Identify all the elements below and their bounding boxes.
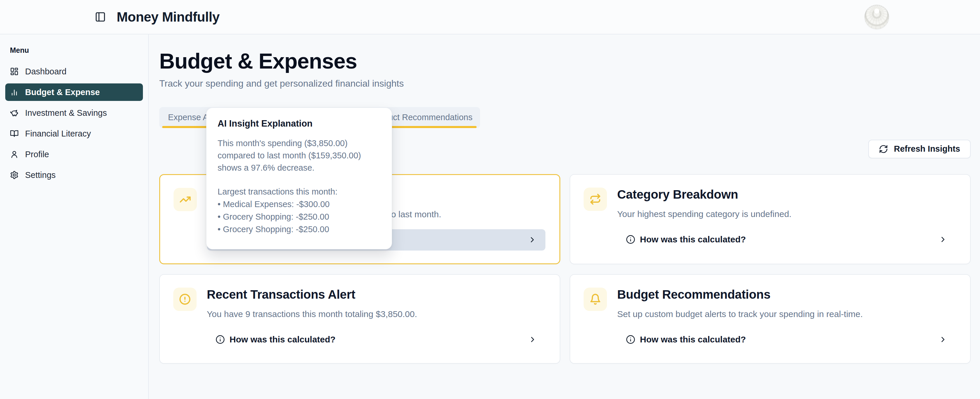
refresh-insights-button[interactable]: Refresh Insights bbox=[868, 140, 970, 158]
sidebar-item-settings[interactable]: Settings bbox=[5, 166, 143, 184]
sidebar-item-profile[interactable]: Profile bbox=[5, 146, 143, 163]
bar-chart-icon bbox=[10, 88, 19, 97]
tooltip-bullet: • Medical Expenses: -$300.00 bbox=[218, 198, 381, 211]
card-title: Budget Recommendations bbox=[617, 288, 956, 302]
how-calculated-button[interactable]: How was this calculated? bbox=[617, 229, 956, 250]
card-subtitle: Your highest spending category is undefi… bbox=[617, 209, 956, 219]
sidebar-item-label: Budget & Expense bbox=[25, 87, 100, 97]
piggy-bank-icon bbox=[10, 108, 19, 117]
card-budget-recommendations[interactable]: Budget Recommendations Set up custom bud… bbox=[570, 274, 970, 364]
card-title: Recent Transactions Alert bbox=[207, 288, 546, 302]
dashboard-icon bbox=[10, 67, 19, 76]
sidebar-toggle-button[interactable] bbox=[94, 11, 107, 23]
sidebar-item-investment-savings[interactable]: Investment & Savings bbox=[5, 104, 143, 122]
sidebar-item-label: Investment & Savings bbox=[25, 108, 107, 118]
tooltip-title: AI Insight Explanation bbox=[218, 118, 381, 129]
app-title: Money Mindfully bbox=[117, 9, 220, 25]
tooltip-paragraph: This month's spending ($3,850.00) compar… bbox=[218, 137, 381, 174]
page-subtitle: Track your spending and get personalized… bbox=[159, 78, 970, 89]
bell-icon bbox=[584, 288, 607, 311]
sidebar-item-label: Dashboard bbox=[25, 67, 67, 76]
top-bar: Money Mindfully bbox=[0, 0, 980, 34]
refresh-icon bbox=[879, 145, 888, 154]
tooltip-transaction-list: Largest transactions this month: • Medic… bbox=[218, 186, 381, 236]
tooltip-bullet: • Grocery Shopping: -$250.00 bbox=[218, 223, 381, 236]
body-layout: Menu Dashboard Budget & Expense Investme… bbox=[0, 34, 980, 399]
page-title: Budget & Expenses bbox=[159, 49, 970, 73]
how-calculated-button[interactable]: How was this calculated? bbox=[617, 329, 956, 350]
card-category-breakdown[interactable]: Category Breakdown Your highest spending… bbox=[570, 174, 970, 264]
how-calculated-button[interactable]: How was this calculated? bbox=[207, 329, 546, 350]
card-body: Budget Recommendations Set up custom bud… bbox=[617, 288, 956, 350]
trending-up-icon bbox=[173, 188, 197, 211]
sidebar-item-dashboard[interactable]: Dashboard bbox=[5, 63, 143, 80]
chevron-right-icon bbox=[528, 235, 537, 244]
sidebar-item-label: Financial Literacy bbox=[25, 129, 91, 138]
how-calculated-label: How was this calculated? bbox=[229, 335, 336, 345]
chevron-right-icon bbox=[939, 235, 947, 244]
book-open-icon bbox=[10, 129, 19, 138]
sidebar-item-financial-literacy[interactable]: Financial Literacy bbox=[5, 125, 143, 142]
card-body: Recent Transactions Alert You have 9 tra… bbox=[207, 288, 546, 350]
info-icon bbox=[216, 335, 225, 344]
chevron-right-icon bbox=[528, 335, 537, 344]
sidebar-item-label: Profile bbox=[25, 149, 49, 159]
card-subtitle: You have 9 transactions this month total… bbox=[207, 309, 546, 319]
sidebar: Menu Dashboard Budget & Expense Investme… bbox=[0, 34, 149, 399]
sidebar-item-label: Settings bbox=[25, 170, 56, 180]
user-icon bbox=[10, 150, 19, 159]
panel-left-icon bbox=[95, 11, 106, 22]
app-window: Money Mindfully Menu Dashboard Budget & … bbox=[0, 0, 980, 399]
sidebar-item-budget-expense[interactable]: Budget & Expense bbox=[5, 83, 143, 101]
repeat-icon bbox=[584, 188, 607, 211]
ai-insight-tooltip: AI Insight Explanation This month's spen… bbox=[206, 108, 392, 250]
card-subtitle: Set up custom budget alerts to track you… bbox=[617, 309, 956, 319]
how-calculated-label: How was this calculated? bbox=[640, 335, 746, 345]
how-calculated-label: How was this calculated? bbox=[640, 235, 746, 245]
card-recent-transactions-alert[interactable]: Recent Transactions Alert You have 9 tra… bbox=[159, 274, 560, 364]
tooltip-list-heading: Largest transactions this month: bbox=[218, 186, 381, 198]
card-title: Category Breakdown bbox=[617, 188, 956, 202]
alert-circle-icon bbox=[173, 288, 197, 311]
chevron-right-icon bbox=[939, 335, 947, 344]
tooltip-bullet: • Grocery Shopping: -$250.00 bbox=[218, 211, 381, 223]
main-content: Budget & Expenses Track your spending an… bbox=[149, 34, 980, 399]
refresh-insights-label: Refresh Insights bbox=[894, 144, 960, 154]
card-body: Category Breakdown Your highest spending… bbox=[617, 188, 956, 250]
info-icon bbox=[626, 335, 635, 344]
avatar[interactable] bbox=[864, 5, 889, 29]
menu-label: Menu bbox=[10, 46, 143, 54]
gear-icon bbox=[10, 171, 19, 180]
info-icon bbox=[626, 235, 635, 244]
